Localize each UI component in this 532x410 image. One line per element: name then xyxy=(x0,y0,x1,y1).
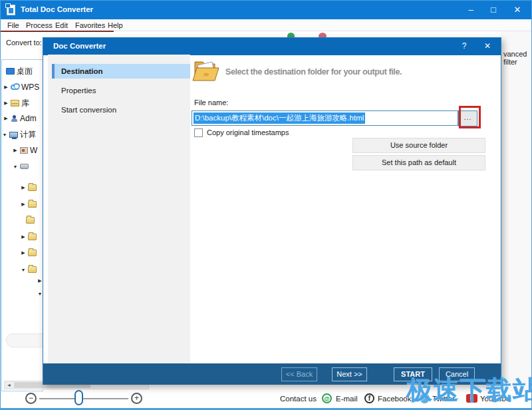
maximize-button[interactable]: □ xyxy=(482,1,505,19)
tree-item-label: Adm xyxy=(20,114,37,123)
dialog-help-button[interactable]: ? xyxy=(458,41,471,51)
expand-arrow-icon[interactable]: ▶ xyxy=(21,185,26,190)
desktop-icon xyxy=(6,68,15,75)
convert-to-label: Convert to: xyxy=(6,39,42,47)
set-path-default-button[interactable]: Set this path as default xyxy=(352,155,485,170)
tree-item-library[interactable]: ▶ 库 xyxy=(2,98,43,108)
tree-item-computer[interactable]: ▼ 计算 xyxy=(2,129,43,140)
collapse-arrow-icon[interactable]: ▼ xyxy=(13,164,18,169)
collapse-arrow-icon[interactable]: ▼ xyxy=(37,292,43,296)
expand-arrow-icon[interactable]: ▶ xyxy=(21,234,26,240)
tree-item-label: 库 xyxy=(21,98,29,108)
file-name-input[interactable]: D:\backup\教程素材\doc\一起游上海旅游攻略.html xyxy=(192,110,458,126)
folder-icon xyxy=(28,250,37,256)
sidebar-item-label: Start conversion xyxy=(61,106,116,114)
dialog-close-button[interactable]: ✕ xyxy=(481,41,494,51)
tree-item-label: WPS xyxy=(21,83,39,92)
tree-item-folder[interactable]: ▶ xyxy=(2,199,43,210)
expand-arrow-icon[interactable]: ▶ xyxy=(13,148,18,153)
expand-arrow-icon[interactable]: ▶ xyxy=(3,101,9,106)
tree-item-label: 桌面 xyxy=(17,66,33,77)
zoom-slider-handle[interactable] xyxy=(74,390,83,405)
expand-arrow-icon[interactable]: ▶ xyxy=(37,278,43,284)
computer-icon xyxy=(9,132,18,138)
tree-item[interactable]: ▼ xyxy=(2,288,43,299)
email-link[interactable]: E-mail xyxy=(336,395,358,403)
tree-item[interactable]: ▶ xyxy=(2,276,43,286)
tree-item-desktop[interactable]: 桌面 xyxy=(2,66,43,77)
right-panel xyxy=(501,31,532,391)
folder-icon xyxy=(28,234,37,240)
dialog-titlebar: Doc Converter ? ✕ xyxy=(43,38,501,55)
zoom-slider-track[interactable] xyxy=(39,398,128,399)
annotation-highlight-box xyxy=(459,106,481,128)
email-icon[interactable]: @ xyxy=(322,393,332,403)
dialog-title: Doc Converter xyxy=(53,42,106,50)
next-button[interactable]: Next >> xyxy=(332,367,367,381)
zoom-in-button[interactable]: + xyxy=(131,393,142,404)
facebook-icon[interactable]: f xyxy=(364,393,374,403)
collapse-arrow-icon[interactable]: ▼ xyxy=(21,268,26,272)
doc-converter-dialog: Doc Converter ? ✕ Destination Properties… xyxy=(43,37,501,385)
tree-item-folder[interactable]: ▶ xyxy=(2,248,43,258)
sidebar-item-label: Properties xyxy=(61,87,96,95)
advanced-filter-label: vanced filter xyxy=(503,50,531,66)
close-button[interactable]: ✕ xyxy=(506,1,529,19)
menu-edit[interactable]: Edit xyxy=(55,21,68,29)
window-titlebar: Total Doc Converter – □ ✕ xyxy=(1,1,532,19)
use-source-folder-button[interactable]: Use source folder xyxy=(352,138,485,153)
tree-item-folder[interactable]: ▼ xyxy=(2,264,43,275)
expand-arrow-icon[interactable]: ▶ xyxy=(3,116,9,121)
main-window: Total Doc Converter – □ ✕ File Process E… xyxy=(0,0,532,410)
tree-item-admin[interactable]: ▶ Adm xyxy=(2,113,43,124)
menu-bar: File Process Edit Favorites Help xyxy=(1,19,532,31)
tree-item[interactable]: ▶ W xyxy=(2,145,43,156)
file-name-value: D:\backup\教程素材\doc\一起游上海旅游攻略.html xyxy=(194,112,365,124)
folder-icon xyxy=(28,201,37,208)
app-icon xyxy=(7,5,15,15)
selection-accent-bar xyxy=(52,64,55,79)
open-folder-icon xyxy=(190,56,221,89)
cloud-icon xyxy=(11,85,19,90)
folder-icon xyxy=(28,184,37,191)
tree-item-label: W xyxy=(30,146,37,155)
sidebar-item-label: Destination xyxy=(61,67,103,75)
contact-us-link[interactable]: Contact us xyxy=(280,395,317,403)
tree-item-label: 计算 xyxy=(20,129,36,140)
folder-icon xyxy=(28,266,37,273)
sidebar-item-properties[interactable]: Properties xyxy=(48,83,190,98)
sidebar-item-start-conversion[interactable]: Start conversion xyxy=(48,102,190,117)
tools-icon xyxy=(20,147,28,154)
expand-arrow-icon[interactable]: ▶ xyxy=(21,202,26,207)
copy-timestamps-label: Copy original timestamps xyxy=(207,128,289,136)
back-button[interactable]: << Back xyxy=(281,367,317,381)
tree-item-folder[interactable] xyxy=(2,215,43,226)
menu-file[interactable]: File xyxy=(7,21,19,29)
scroll-left-icon[interactable]: ◄ xyxy=(5,381,13,389)
sidebar-item-destination[interactable]: Destination xyxy=(52,64,190,79)
zoom-out-button[interactable]: − xyxy=(25,393,37,404)
tree-item-drive[interactable]: ▼ xyxy=(2,161,43,172)
window-title: Total Doc Converter xyxy=(21,5,93,13)
dialog-heading: Select the destination folder for your o… xyxy=(225,67,491,77)
user-icon xyxy=(11,115,18,122)
menu-help[interactable]: Help xyxy=(108,21,123,29)
collapse-arrow-icon[interactable]: ▼ xyxy=(2,132,7,137)
dialog-sidebar: Destination Properties Start conversion xyxy=(48,55,190,363)
expand-arrow-icon[interactable]: ▶ xyxy=(21,250,26,256)
folder-icon xyxy=(26,217,35,224)
file-name-label: File name: xyxy=(194,99,228,106)
tree-item-wps[interactable]: ▶ WPS xyxy=(2,82,43,93)
minimize-button[interactable]: – xyxy=(460,1,482,19)
expand-arrow-icon[interactable]: ▶ xyxy=(3,85,9,90)
copy-timestamps-checkbox[interactable] xyxy=(194,128,203,137)
watermark: 极速下载站 xyxy=(406,372,532,408)
drive-icon xyxy=(20,164,29,169)
toolbar-divider xyxy=(1,31,114,32)
menu-favorites[interactable]: Favorites xyxy=(75,21,105,29)
library-icon xyxy=(11,100,19,106)
tree-item-folder[interactable]: ▶ xyxy=(2,182,43,193)
tree-item-folder[interactable]: ▶ xyxy=(2,232,43,242)
menu-process[interactable]: Process xyxy=(26,21,53,29)
